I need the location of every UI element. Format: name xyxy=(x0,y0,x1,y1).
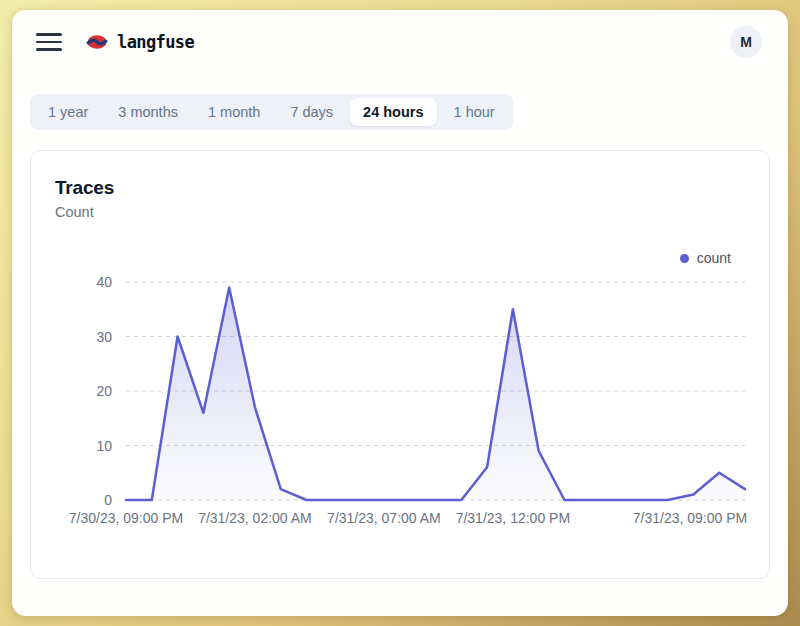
tab-1-hour[interactable]: 1 hour xyxy=(441,98,508,126)
time-range-tabbar: 1 year3 months1 month7 days24 hours1 hou… xyxy=(30,94,513,130)
x-tick-label-15: 7/31/23, 12:00 PM xyxy=(456,510,570,526)
hamburger-bar xyxy=(36,41,62,44)
brand-wordmark: langfuse xyxy=(117,32,194,52)
app-window: langfuse M 1 year3 months1 month7 days24… xyxy=(12,10,788,616)
y-tick-label-20: 20 xyxy=(96,383,112,399)
card-title: Traces xyxy=(55,177,745,199)
x-tick-label-10: 7/31/23, 07:00 AM xyxy=(327,510,441,526)
menu-hamburger-icon[interactable] xyxy=(36,33,62,51)
tab-1-year[interactable]: 1 year xyxy=(35,98,101,126)
chart-area-wrapper: 0102030407/30/23, 09:00 PM7/31/23, 02:00… xyxy=(55,270,745,538)
user-avatar[interactable]: M xyxy=(730,26,762,58)
y-tick-label-40: 40 xyxy=(96,274,112,290)
app-header: langfuse M xyxy=(12,10,788,74)
y-tick-label-0: 0 xyxy=(104,492,112,508)
chart-legend: count xyxy=(55,248,745,268)
tab-1-month[interactable]: 1 month xyxy=(195,98,273,126)
x-tick-label-24: 7/31/23, 09:00 PM xyxy=(633,510,747,526)
tab-24-hours[interactable]: 24 hours xyxy=(350,98,436,126)
langfuse-logo-icon xyxy=(86,33,108,51)
traces-line-chart[interactable]: 0102030407/30/23, 09:00 PM7/31/23, 02:00… xyxy=(55,270,747,534)
x-tick-label-0: 7/30/23, 09:00 PM xyxy=(69,510,183,526)
card-subtitle: Count xyxy=(55,204,745,220)
x-tick-label-5: 7/31/23, 02:00 AM xyxy=(198,510,312,526)
hamburger-bar xyxy=(36,33,62,36)
y-tick-label-30: 30 xyxy=(96,329,112,345)
brand[interactable]: langfuse xyxy=(86,32,194,52)
hamburger-bar xyxy=(36,48,62,51)
legend-dot-icon xyxy=(680,254,689,263)
traces-card: Traces Count count 0102030407/30/23, 09:… xyxy=(30,150,770,579)
tab-7-days[interactable]: 7 days xyxy=(277,98,346,126)
series-area-count xyxy=(126,287,745,500)
legend-label: count xyxy=(697,250,731,266)
y-tick-label-10: 10 xyxy=(96,438,112,454)
tab-3-months[interactable]: 3 months xyxy=(105,98,191,126)
